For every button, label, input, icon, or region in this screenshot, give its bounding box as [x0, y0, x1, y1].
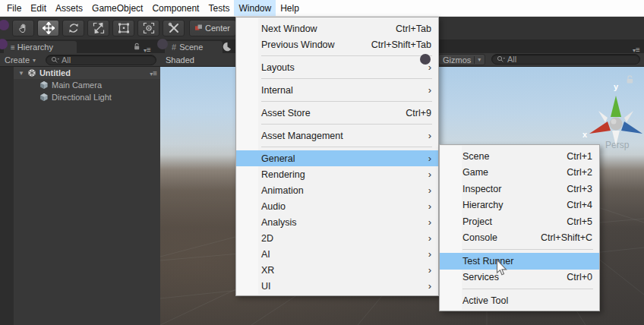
move-tool-icon [43, 22, 55, 34]
menu-item-2d[interactable]: 2D› [236, 230, 438, 246]
scene-tab-label: Scene [179, 43, 203, 52]
create-label: Create [5, 55, 30, 65]
rotate-tool-button[interactable] [62, 20, 84, 36]
menu-help[interactable]: Help [276, 0, 304, 16]
rect-tool-icon [118, 23, 130, 33]
menu-tests[interactable]: Tests [204, 0, 234, 16]
custom-tool-icon [168, 22, 180, 34]
shading-mode-dropdown[interactable]: Shaded [166, 55, 194, 65]
menu-bar: File Edit Assets GameObject Component Te… [0, 0, 644, 17]
submenu-arrow-icon: › [428, 249, 431, 259]
pivot-label: Center [205, 24, 230, 33]
submenu-item-active-tool[interactable]: Active Tool [440, 292, 599, 309]
lock-icon[interactable] [133, 43, 141, 51]
submenu-item-scene[interactable]: SceneCtrl+1 [440, 148, 599, 165]
menu-assets[interactable]: Assets [51, 0, 87, 16]
hand-tool-icon [17, 23, 30, 33]
pivot-mode-button[interactable]: Center [189, 20, 236, 36]
menu-item-audio[interactable]: Audio› [236, 198, 438, 214]
tab-hierarchy[interactable]: ≡ Hierarchy [4, 41, 77, 53]
unity-editor-window: Persp y x z File [0, 0, 644, 325]
scene-row-untitled[interactable]: ▼ Untitled ▾≡ [14, 67, 160, 79]
menu-item-next-window[interactable]: Next WindowCtrl+Tab [236, 21, 438, 36]
axis-back-right-cone [624, 111, 633, 122]
scene-row-menu-icon[interactable]: ▾≡ [150, 68, 156, 77]
general-submenu: SceneCtrl+1 GameCtrl+2 InspectorCtrl+3 H… [439, 144, 600, 311]
menu-file[interactable]: File [2, 0, 26, 16]
menu-gameobject[interactable]: GameObject [87, 0, 147, 16]
menu-edit[interactable]: Edit [26, 0, 51, 16]
foldout-icon[interactable]: ▼ [18, 70, 24, 77]
divider [474, 56, 475, 64]
menu-item-rendering[interactable]: Rendering› [236, 166, 438, 182]
axis-z-cone [621, 121, 642, 134]
submenu-arrow-icon: › [428, 169, 431, 179]
submenu-item-hierarchy[interactable]: HierarchyCtrl+4 [440, 197, 599, 214]
orientation-gizmo[interactable]: y x z [582, 77, 644, 153]
submenu-item-project[interactable]: ProjectCtrl+5 [440, 213, 599, 230]
submenu-item-game[interactable]: GameCtrl+2 [440, 165, 599, 181]
menu-item-ui[interactable]: UI› [236, 278, 438, 294]
hierarchy-item-main-camera[interactable]: Main Camera [14, 79, 160, 91]
menu-separator [462, 249, 593, 250]
menu-separator [261, 124, 432, 125]
rect-tool-button[interactable] [112, 20, 134, 36]
menu-item-analysis[interactable]: Analysis› [236, 214, 438, 230]
submenu-arrow-icon: › [428, 62, 431, 72]
hand-tool-button[interactable] [12, 20, 34, 36]
menu-item-animation[interactable]: Animation› [236, 182, 438, 198]
submenu-item-inspector[interactable]: InspectorCtrl+3 [440, 181, 599, 197]
submenu-arrow-icon: › [428, 265, 431, 275]
menu-separator [261, 78, 432, 79]
create-button[interactable]: Create ▾ [5, 55, 36, 65]
submenu-item-console[interactable]: ConsoleCtrl+Shift+C [440, 230, 599, 247]
submenu-item-test-runner[interactable]: Test Runner [440, 253, 599, 270]
axis-x-label: x [582, 130, 588, 139]
hierarchy-tree [0, 67, 160, 325]
axis-y-cone [611, 96, 621, 117]
hierarchy-tab-label: Hierarchy [17, 43, 53, 52]
scale-tool-button[interactable] [87, 20, 109, 36]
overlay-dot [157, 39, 168, 49]
menu-window[interactable]: Window [234, 0, 276, 16]
menu-item-layouts[interactable]: Layouts› [236, 59, 438, 75]
menu-component[interactable]: Component [147, 0, 204, 16]
hierarchy-search-input[interactable]: All [46, 55, 156, 65]
axis-x-cone [589, 121, 611, 134]
axis-bottom-cone [612, 131, 620, 146]
hierarchy-toolbar: Create ▾ All [0, 53, 160, 67]
item-label: Main Camera [52, 80, 102, 90]
gameobject-cube-icon [39, 80, 49, 90]
tab-scene[interactable]: # Scene [165, 41, 223, 53]
menu-item-internal[interactable]: Internal› [236, 82, 438, 98]
hierarchy-search-value: All [62, 55, 71, 65]
menu-item-asset-management[interactable]: Asset Management› [236, 128, 438, 144]
gizmo-center-sphere [610, 118, 623, 131]
search-icon [497, 55, 505, 63]
scale-tool-icon [93, 22, 105, 34]
submenu-arrow-icon: › [428, 185, 431, 195]
menu-item-previous-window[interactable]: Previous WindowCtrl+Shift+Tab [236, 36, 438, 52]
menu-item-ai[interactable]: AI› [236, 246, 438, 262]
menu-item-general[interactable]: General› [236, 150, 438, 166]
menu-item-asset-store[interactable]: Asset StoreCtrl+9 [236, 105, 438, 121]
gizmos-dropdown[interactable]: Gizmos ▾ [438, 54, 485, 65]
hierarchy-tabstrip: ≡ Hierarchy ▾≡ [0, 39, 160, 53]
scene-name: Untitled [39, 68, 71, 77]
submenu-item-services[interactable]: ServicesCtrl+0 [440, 270, 599, 286]
game-tab-icon[interactable] [223, 42, 232, 52]
rotate-tool-icon [68, 22, 80, 34]
transform-tool-icon [143, 22, 155, 34]
menu-separator [462, 289, 593, 289]
custom-tool-button[interactable] [163, 20, 185, 36]
gizmos-caret-icon: ▾ [478, 56, 481, 63]
scene-tab-hash-icon: # [172, 43, 176, 52]
scene-search-input[interactable]: All [491, 54, 640, 65]
pivot-icon [195, 24, 202, 32]
move-tool-button[interactable] [37, 20, 59, 36]
hierarchy-item-directional-light[interactable]: Directional Light [14, 91, 160, 103]
hierarchy-indent-strip [0, 67, 14, 325]
transform-tool-button[interactable] [137, 20, 159, 36]
menu-item-xr[interactable]: XR› [236, 262, 438, 278]
submenu-arrow-icon: › [428, 201, 431, 211]
